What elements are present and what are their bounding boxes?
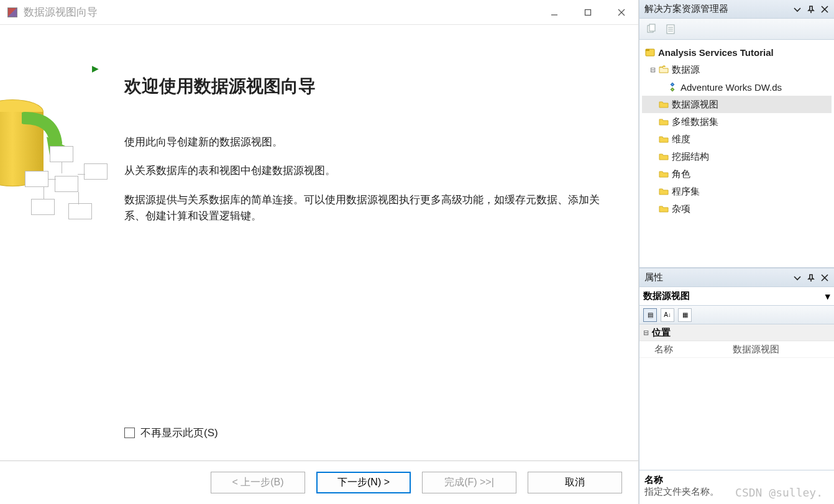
wizard-paragraph: 数据源提供与关系数据库的简单连接。可以使用数据源视图执行更多高级功能，如缓存元数… [124, 192, 601, 225]
wizard-title: 数据源视图向导 [24, 5, 98, 19]
property-row[interactable]: 名称 数据源视图 [639, 341, 834, 358]
tree-label: 维度 [672, 134, 690, 145]
wizard-content: 欢迎使用数据源视图向导 使用此向导创建新的数据源视图。 从关系数据库的表和视图中… [112, 25, 638, 460]
tree-folder-misc[interactable]: 杂项 [642, 200, 832, 218]
finish-button: 完成(F) >>| [422, 472, 516, 493]
checkbox-icon[interactable] [124, 428, 135, 438]
properties-pane: 属性 数据源视图 ▾ ▤ A↓ ▦ ⊟ 位置 名称 数据源视图 名称 [639, 268, 834, 504]
window-minimize-button[interactable] [538, 0, 571, 25]
tree-label: Analysis Services Tutorial [658, 47, 774, 58]
folder-icon [658, 168, 669, 180]
back-button: < 上一步(B) [211, 472, 305, 493]
tree-folder-assemblies[interactable]: 程序集 [642, 183, 832, 200]
panel-dropdown-button[interactable] [790, 2, 804, 16]
wizard-paragraph: 从关系数据库的表和视图中创建数据源视图。 [124, 163, 601, 179]
tree-label: 挖掘结构 [672, 151, 709, 163]
folder-icon [658, 116, 669, 127]
folder-icon [658, 203, 669, 214]
collapse-icon[interactable]: ⊟ [648, 66, 657, 74]
folder-icon [658, 151, 669, 162]
window-app-icon [7, 7, 17, 17]
svg-rect-13 [646, 49, 649, 51]
properties-header: 属性 [639, 268, 834, 287]
tree-label: Adventure Works DW.ds [680, 82, 782, 93]
solution-explorer-header: 解决方案资源管理器 [639, 0, 834, 19]
side-panels: 解决方案资源管理器 Analysis Services Tutorial ⊟ 数… [639, 0, 834, 504]
collapse-icon[interactable]: ⊟ [643, 329, 652, 337]
wizard-body: ▶ 欢迎使用数据源视图向导 [0, 25, 638, 460]
property-category[interactable]: ⊟ 位置 [639, 324, 834, 341]
project-icon [644, 47, 656, 58]
tree-folder-cubes[interactable]: 多维数据集 [642, 113, 832, 131]
properties-toolbar: ▤ A↓ ▦ [639, 306, 834, 324]
tree-label: 角色 [672, 168, 690, 180]
property-category-label: 位置 [652, 327, 671, 339]
wizard-titlebar: 数据源视图向导 [0, 0, 638, 25]
wizard-dialog: 数据源视图向导 ▶ [0, 0, 639, 504]
chevron-down-icon: ▾ [825, 291, 830, 302]
properties-object-selector[interactable]: 数据源视图 ▾ [639, 287, 834, 306]
properties-help: 名称 指定文件夹名称。 [639, 470, 834, 504]
solution-explorer-tree[interactable]: Analysis Services Tutorial ⊟ 数据源 Adventu… [639, 40, 834, 268]
tree-label: 杂项 [672, 203, 690, 215]
tree-item-datasource[interactable]: Adventure Works DW.ds [642, 78, 832, 96]
wizard-paragraph: 使用此向导创建新的数据源视图。 [124, 134, 601, 150]
window-close-button[interactable] [605, 0, 638, 25]
categorized-button[interactable]: ▤ [643, 308, 657, 322]
wizard-side-graphic: ▶ [0, 25, 112, 460]
svg-rect-7 [649, 24, 655, 31]
wizard-footer: < 上一步(B) 下一步(N) > 完成(F) >>| 取消 [0, 460, 638, 504]
panel-close-button[interactable] [818, 271, 832, 285]
property-pages-button[interactable]: ▦ [678, 308, 692, 322]
folder-icon [658, 186, 669, 197]
tree-project-root[interactable]: Analysis Services Tutorial [642, 44, 832, 61]
tree-folder-datasources[interactable]: ⊟ 数据源 [642, 61, 832, 78]
panel-dropdown-button[interactable] [790, 271, 804, 285]
solution-explorer-toolbar [639, 19, 834, 40]
datasource-icon [667, 81, 678, 93]
wizard-heading: 欢迎使用数据源视图向导 [124, 75, 601, 98]
properties-title: 属性 [644, 272, 663, 283]
properties-icon[interactable] [664, 22, 678, 36]
folder-icon [658, 99, 669, 110]
alphabetical-button[interactable]: A↓ [661, 308, 674, 322]
skip-page-checkbox-row[interactable]: 不再显示此页(S) [124, 426, 218, 440]
checkbox-label: 不再显示此页(S) [140, 426, 218, 440]
help-name: 名称 [644, 474, 829, 486]
tree-folder-mining[interactable]: 挖掘结构 [642, 148, 832, 165]
copy-icon[interactable] [644, 22, 658, 36]
next-button[interactable]: 下一步(N) > [316, 472, 411, 493]
tree-label: 数据源 [672, 64, 700, 76]
solution-explorer-title: 解决方案资源管理器 [644, 3, 728, 15]
cancel-button[interactable]: 取消 [528, 472, 622, 493]
play-icon: ▶ [92, 63, 99, 73]
tree-folder-dimensions[interactable]: 维度 [642, 131, 832, 148]
panel-pin-button[interactable] [804, 2, 818, 16]
folder-icon [658, 134, 669, 145]
panel-pin-button[interactable] [804, 271, 818, 285]
tree-label: 程序集 [672, 186, 700, 198]
svg-rect-1 [585, 9, 591, 15]
properties-grid[interactable]: ⊟ 位置 名称 数据源视图 [639, 324, 834, 470]
tree-folder-roles[interactable]: 角色 [642, 165, 832, 183]
window-maximize-button[interactable] [571, 0, 605, 25]
tree-label: 多维数据集 [672, 116, 718, 128]
properties-object-name: 数据源视图 [643, 290, 690, 302]
folder-open-icon [658, 64, 669, 75]
help-description: 指定文件夹名称。 [644, 486, 829, 498]
tree-folder-dsv[interactable]: 数据源视图 [642, 96, 832, 113]
property-value[interactable]: 数据源视图 [733, 341, 834, 357]
wizard-description: 使用此向导创建新的数据源视图。 从关系数据库的表和视图中创建数据源视图。 数据源… [124, 134, 601, 224]
property-name: 名称 [639, 341, 733, 357]
panel-close-button[interactable] [818, 2, 832, 16]
tree-label: 数据源视图 [672, 99, 718, 111]
